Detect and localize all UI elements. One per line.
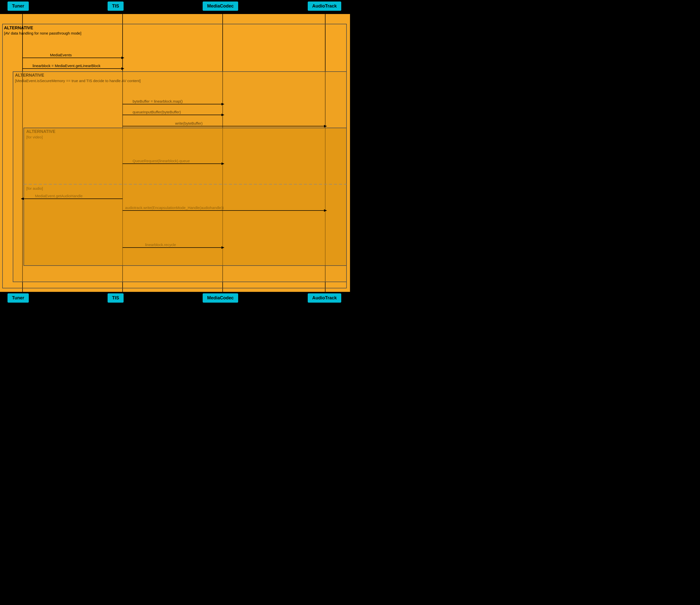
- svg-marker-19: [221, 163, 224, 165]
- msg4-label: queueInputBuffer(byteBuffer): [132, 110, 181, 114]
- svg-marker-23: [324, 209, 327, 212]
- actor-tuner-bottom: Tuner: [7, 293, 29, 302]
- msg1-label: MediaEvents: [50, 53, 72, 57]
- actor-tis-top: TIS: [107, 1, 124, 11]
- msg3-label: byteBuffer = linearblock.map(): [132, 99, 183, 103]
- svg-marker-15: [221, 114, 224, 116]
- inner-alt2-label: ALTERNATIVE: [26, 129, 55, 134]
- msg5-label: write(byteBuffer): [175, 121, 203, 125]
- footer-bar: Tuner TIS MediaCodec AudioTrack: [0, 292, 350, 306]
- actor-audiotrack-top: AudioTrack: [308, 1, 341, 11]
- msg6-label: QueueRequest(linearblock).queue: [132, 159, 190, 163]
- svg-marker-17: [324, 125, 327, 127]
- svg-marker-25: [221, 246, 224, 249]
- outer-alt-label: ALTERNATIVE: [4, 26, 33, 30]
- inner-alt1-condition: [MediaEvent.isSecureMemory == true and T…: [15, 79, 141, 83]
- inner-alt2-condition-audio: [for audio]: [26, 186, 43, 191]
- actor-mediacodec-bottom: MediaCodec: [203, 293, 238, 302]
- inner-alt2-condition-video: [for video]: [26, 135, 43, 139]
- msg7-label: MediaEvent.getAudioHandle: [35, 194, 82, 198]
- header-bar: Tuner TIS MediaCodec AudioTrack: [0, 0, 350, 14]
- svg-marker-21: [21, 197, 24, 200]
- outer-alt-condition: [AV data handling for none passthrough m…: [4, 31, 81, 35]
- inner-alt1-label: ALTERNATIVE: [15, 73, 44, 78]
- msg8-label: audiotrack.write(EncapsulationMode_Handl…: [125, 205, 224, 210]
- diagram-container: Tuner TIS MediaCodec AudioTrack: [0, 0, 350, 306]
- actor-mediacodec-top: MediaCodec: [203, 1, 238, 11]
- diagram-body: ALTERNATIVE [AV data handling for none p…: [0, 14, 350, 292]
- svg-marker-9: [121, 56, 124, 59]
- actor-audiotrack-bottom: AudioTrack: [308, 293, 341, 302]
- svg-marker-13: [221, 103, 224, 105]
- actor-tuner-top: Tuner: [7, 1, 29, 11]
- svg-marker-11: [121, 67, 124, 70]
- msg9-label: linearblock.recycle: [145, 243, 176, 247]
- msg2-label: linearblock = MediaEvent.getLinearBlock: [32, 64, 100, 68]
- actor-tis-bottom: TIS: [107, 293, 124, 302]
